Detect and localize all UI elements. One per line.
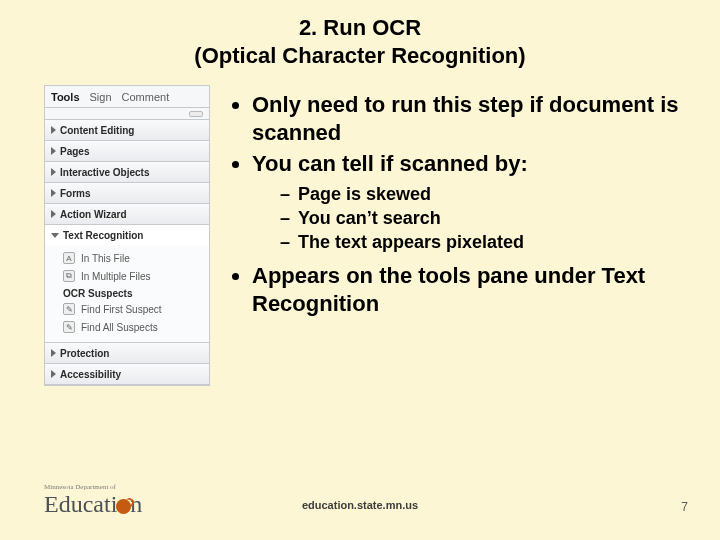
- item-label: Find All Suspects: [81, 322, 158, 333]
- chevron-right-icon: [51, 147, 56, 155]
- bullet-list-level1: Only need to run this step if document i…: [252, 91, 684, 317]
- content-row: Tools Sign Comment Content Editing Pages…: [0, 85, 720, 386]
- footer-url: education.state.mn.us: [0, 499, 720, 511]
- bullet-list-level2: Page is skewed You can’t search The text…: [280, 182, 684, 255]
- slide-title: 2. Run OCR (Optical Character Recognitio…: [0, 14, 720, 69]
- section-interactive-objects[interactable]: Interactive Objects: [45, 162, 209, 182]
- item-in-multiple-files[interactable]: ⧉ In Multiple Files: [45, 267, 209, 285]
- section-protection[interactable]: Protection: [45, 343, 209, 363]
- grip-icon[interactable]: [189, 111, 203, 117]
- tab-tools[interactable]: Tools: [51, 91, 80, 103]
- bullet-text: You can tell if scanned by:: [252, 151, 528, 176]
- bullet-item: Only need to run this step if document i…: [252, 91, 684, 146]
- section-label: Action Wizard: [60, 209, 127, 220]
- title-line-1: 2. Run OCR: [299, 15, 421, 40]
- pane-grip-row: [45, 108, 209, 120]
- section-label: Protection: [60, 348, 109, 359]
- item-label: In This File: [81, 253, 130, 264]
- bullet-subitem: The text appears pixelated: [280, 230, 684, 254]
- pane-tabs: Tools Sign Comment: [45, 86, 209, 108]
- page-number: 7: [681, 500, 688, 514]
- bullet-item: Appears on the tools pane under Text Rec…: [252, 262, 684, 317]
- bullet-subitem: You can’t search: [280, 206, 684, 230]
- tools-pane: Tools Sign Comment Content Editing Pages…: [44, 85, 210, 386]
- section-label: Interactive Objects: [60, 167, 149, 178]
- item-find-all-suspects[interactable]: ✎ Find All Suspects: [45, 318, 209, 336]
- bullets-area: Only need to run this step if document i…: [210, 85, 684, 386]
- tab-comment[interactable]: Comment: [122, 91, 170, 103]
- section-label: Pages: [60, 146, 89, 157]
- item-in-this-file[interactable]: A In This File: [45, 249, 209, 267]
- bullet-subitem: Page is skewed: [280, 182, 684, 206]
- title-line-2: (Optical Character Recognition): [194, 43, 525, 68]
- section-label: Accessibility: [60, 369, 121, 380]
- search-all-icon: ✎: [63, 321, 75, 333]
- chevron-right-icon: [51, 210, 56, 218]
- subheader-ocr-suspects: OCR Suspects: [45, 285, 209, 300]
- logo-top-text: Minnesota Department of: [44, 483, 142, 491]
- chevron-right-icon: [51, 370, 56, 378]
- section-label: Text Recognition: [63, 230, 143, 241]
- tab-sign[interactable]: Sign: [90, 91, 112, 103]
- chevron-right-icon: [51, 168, 56, 176]
- search-icon: ✎: [63, 303, 75, 315]
- section-action-wizard[interactable]: Action Wizard: [45, 204, 209, 224]
- section-label: Content Editing: [60, 125, 134, 136]
- chevron-right-icon: [51, 126, 56, 134]
- text-recognition-body: A In This File ⧉ In Multiple Files OCR S…: [45, 245, 209, 342]
- section-accessibility[interactable]: Accessibility: [45, 364, 209, 384]
- section-pages[interactable]: Pages: [45, 141, 209, 161]
- chevron-down-icon: [51, 233, 59, 238]
- section-content-editing[interactable]: Content Editing: [45, 120, 209, 140]
- section-text-recognition[interactable]: Text Recognition: [45, 225, 209, 245]
- section-label: Forms: [60, 188, 91, 199]
- pages-icon: ⧉: [63, 270, 75, 282]
- bullet-item: You can tell if scanned by: Page is skew…: [252, 150, 684, 254]
- page-icon: A: [63, 252, 75, 264]
- item-label: Find First Suspect: [81, 304, 162, 315]
- item-find-first-suspect[interactable]: ✎ Find First Suspect: [45, 300, 209, 318]
- section-forms[interactable]: Forms: [45, 183, 209, 203]
- item-label: In Multiple Files: [81, 271, 150, 282]
- chevron-right-icon: [51, 349, 56, 357]
- chevron-right-icon: [51, 189, 56, 197]
